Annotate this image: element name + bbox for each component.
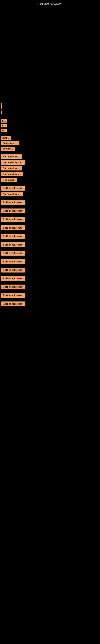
bottleneck-label-25: Bottleneck result bbox=[1, 293, 25, 298]
bottleneck-label-21: Bottleneck result bbox=[1, 259, 25, 264]
bottleneck-label-14: Bottleneck result bbox=[1, 200, 25, 205]
bottleneck-labels-container: B… E… B… Bottl… Bottleneck r… Bottlene… … bbox=[0, 116, 100, 307]
bottleneck-row-24: Bottleneck result bbox=[0, 284, 100, 290]
bottleneck-label-22: Bottleneck result bbox=[1, 268, 25, 272]
bottleneck-label-6: Bottlene… bbox=[1, 147, 15, 151]
bottleneck-row-18: Bottleneck result bbox=[0, 234, 100, 239]
bottleneck-row-4: Bottl… bbox=[0, 136, 100, 140]
bottleneck-row-15: Bottleneck result bbox=[0, 208, 100, 214]
bottleneck-row-14: Bottleneck result bbox=[0, 200, 100, 205]
bottleneck-row-8: Bottleneck resul… bbox=[0, 160, 100, 165]
bottleneck-label-15: Bottleneck result bbox=[1, 208, 25, 213]
bottleneck-label-16: Bottleneck result bbox=[1, 217, 25, 222]
bottleneck-label-23: Bottleneck result bbox=[1, 276, 25, 281]
bottleneck-label-7: Bottleneck re… bbox=[1, 154, 22, 159]
bottleneck-row-23: Bottleneck result bbox=[0, 276, 100, 281]
bottleneck-row-2: E… bbox=[0, 124, 100, 128]
bottleneck-row-7: Bottleneck re… bbox=[0, 154, 100, 159]
bottleneck-label-13: Bottleneck res… bbox=[1, 192, 23, 196]
bottleneck-label-9: Bottleneck ra… bbox=[1, 166, 22, 170]
bottleneck-label-4: Bottl… bbox=[1, 136, 11, 140]
bottleneck-label-8: Bottleneck resul… bbox=[1, 160, 25, 164]
bottleneck-label-18: Bottleneck result bbox=[1, 234, 25, 239]
bottleneck-label-2: E… bbox=[1, 124, 7, 128]
chart-area bbox=[2, 6, 98, 103]
bottleneck-row-25: Bottleneck result bbox=[0, 292, 100, 298]
bottleneck-row-1: B… bbox=[0, 119, 100, 123]
bottleneck-label-3: B… bbox=[1, 129, 7, 132]
bottleneck-row-3: B… bbox=[0, 128, 100, 132]
bottleneck-row-10: Bottleneck res… bbox=[0, 172, 100, 177]
bottleneck-label-1: B… bbox=[1, 119, 7, 122]
bottleneck-row-9: Bottleneck ra… bbox=[0, 166, 100, 171]
bottleneck-row-6: Bottlene… bbox=[0, 146, 100, 151]
bottleneck-row-13: Bottleneck res… bbox=[0, 192, 100, 197]
bottleneck-label-17: Bottleneck result bbox=[1, 226, 25, 230]
bottleneck-row-5: Bottleneck r… bbox=[0, 141, 100, 146]
bottleneck-label-24: Bottleneck result bbox=[1, 284, 25, 290]
left-bar-indicator bbox=[0, 103, 100, 109]
bottleneck-row-12: Bottleneck result bbox=[0, 185, 100, 191]
bottleneck-row-26: Bottleneck result bbox=[0, 301, 100, 307]
bottleneck-label-26: Bottleneck result bbox=[1, 302, 25, 306]
bottleneck-row-20: Bottleneck result bbox=[0, 250, 100, 256]
bottleneck-label-12: Bottleneck result bbox=[1, 186, 25, 190]
bottleneck-label-5: Bottleneck r… bbox=[1, 141, 19, 145]
bottleneck-label-19: Bottleneck result bbox=[1, 242, 25, 247]
bottleneck-row-19: Bottleneck result bbox=[0, 242, 100, 248]
bottleneck-label-11: Bottleneck bbox=[1, 178, 17, 182]
bottleneck-label-20: Bottleneck result bbox=[1, 251, 25, 256]
bottleneck-row-11: Bottleneck bbox=[0, 177, 100, 182]
bottleneck-row-22: Bottleneck result bbox=[0, 267, 100, 273]
site-title-text: TheBottlenecker.com bbox=[37, 2, 63, 5]
site-title: TheBottlenecker.com bbox=[0, 0, 100, 6]
left-bar-indicator-2 bbox=[0, 110, 100, 114]
bottleneck-label-10: Bottleneck res… bbox=[1, 172, 23, 176]
bottleneck-row-16: Bottleneck result bbox=[0, 216, 100, 222]
bottleneck-row-21: Bottleneck result bbox=[0, 259, 100, 264]
bottleneck-row-17: Bottleneck result bbox=[0, 225, 100, 231]
